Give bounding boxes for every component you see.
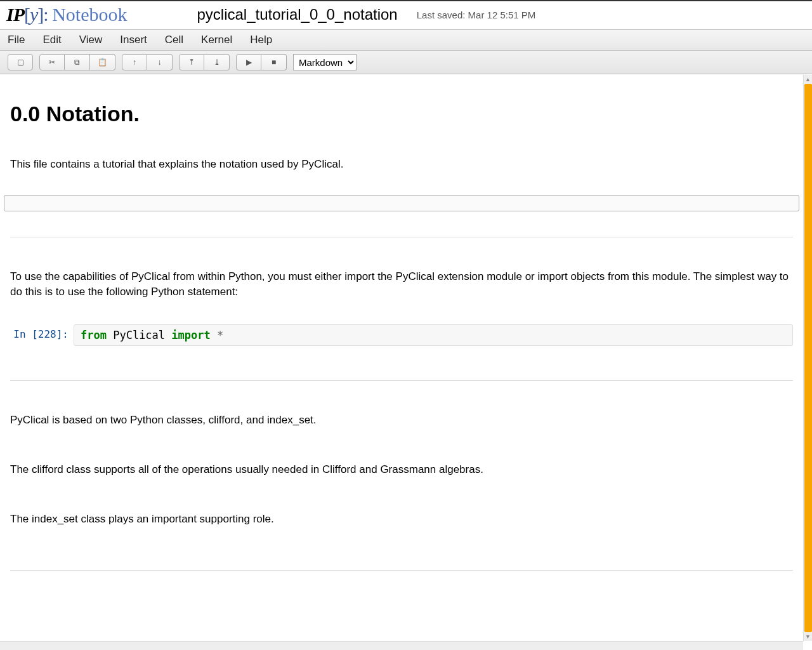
classes-text: PyClical is based on two Python classes,…	[10, 413, 793, 428]
header: IP[y]: Notebook pyclical_tutorial_0_0_no…	[0, 1, 812, 29]
save-icon: ▢	[17, 58, 24, 67]
arrow-down-icon: ↓	[158, 58, 162, 67]
menu-view[interactable]: View	[79, 34, 103, 46]
code-cell[interactable]: In [228]: from PyClical import *	[4, 322, 799, 348]
indexset-text: The index_set class plays an important s…	[10, 512, 793, 527]
markdown-cell[interactable]	[4, 550, 799, 580]
play-icon: ▶	[246, 58, 252, 67]
toolbar: ▢ ✂ ⧉ 📋 ↑ ↓ ⤒ ⤓ ▶ ■ Markdown	[0, 51, 812, 74]
insert-above-icon: ⤒	[188, 58, 195, 67]
scrollbar-thumb[interactable]	[804, 84, 812, 632]
markdown-cell[interactable]: To use the capabilities of PyClical from…	[4, 258, 799, 311]
insert-below-button[interactable]: ⤓	[204, 54, 230, 70]
module-name: PyClical	[107, 329, 171, 342]
clifford-text: The clifford class supports all of the o…	[10, 462, 793, 477]
stop-icon: ■	[272, 58, 276, 67]
copy-button[interactable]: ⧉	[65, 54, 90, 70]
star-operator: *	[211, 329, 223, 342]
divider	[10, 237, 793, 237]
menu-insert[interactable]: Insert	[120, 34, 147, 46]
input-prompt: In [228]:	[10, 324, 74, 340]
move-up-button[interactable]: ↑	[122, 54, 147, 70]
cut-icon: ✂	[49, 58, 55, 67]
menu-cell[interactable]: Cell	[165, 34, 183, 46]
insert-below-icon: ⤓	[214, 58, 220, 67]
copy-icon: ⧉	[74, 58, 80, 67]
code-input[interactable]: from PyClical import *	[74, 324, 793, 346]
intro-text: This file contains a tutorial that expla…	[10, 157, 793, 172]
notebook-container[interactable]: 0.0 Notation. This file contains a tutor…	[0, 75, 803, 641]
paste-icon: 📋	[98, 58, 107, 67]
logo-y: y	[30, 4, 37, 25]
markdown-cell[interactable]	[4, 360, 799, 390]
arrow-up-icon: ↑	[133, 58, 136, 67]
markdown-cell[interactable]: 0.0 Notation.	[4, 84, 799, 134]
scroll-up-arrow[interactable]: ▲	[804, 75, 812, 84]
markdown-cell[interactable]: The index_set class plays an important s…	[4, 500, 799, 538]
save-button[interactable]: ▢	[8, 54, 33, 70]
logo-ip: IP	[6, 4, 24, 25]
menu-file[interactable]: File	[8, 34, 25, 46]
insert-above-button[interactable]: ⤒	[179, 54, 204, 70]
scroll-down-arrow[interactable]: ▼	[804, 632, 812, 641]
markdown-cell[interactable]: The clifford class supports all of the o…	[4, 451, 799, 489]
markdown-cell[interactable]	[4, 216, 799, 246]
divider	[10, 380, 793, 381]
horizontal-scrollbar[interactable]	[0, 641, 803, 650]
menu-kernel[interactable]: Kernel	[201, 34, 232, 46]
divider	[10, 570, 793, 571]
move-down-button[interactable]: ↓	[147, 54, 173, 70]
heading-notation: 0.0 Notation.	[10, 102, 793, 126]
menubar: File Edit View Insert Cell Kernel Help	[0, 29, 812, 51]
paste-button[interactable]: 📋	[90, 54, 115, 70]
markdown-cell[interactable]: PyClical is based on two Python classes,…	[4, 401, 799, 439]
menu-edit[interactable]: Edit	[43, 34, 61, 46]
notebook-name[interactable]: pyclical_tutorial_0_0_notation	[197, 6, 398, 23]
ipython-logo: IP[y]: Notebook	[6, 4, 128, 25]
logo-notebook: Notebook	[52, 4, 127, 25]
menu-help[interactable]: Help	[250, 34, 272, 46]
last-saved-label: Last saved: Mar 12 5:51 PM	[417, 10, 536, 20]
stop-button[interactable]: ■	[261, 54, 287, 70]
vertical-scrollbar[interactable]: ▲ ▼	[803, 75, 812, 641]
cell-type-select[interactable]: Markdown	[293, 54, 357, 70]
cut-button[interactable]: ✂	[39, 54, 65, 70]
keyword-import: import	[171, 329, 210, 342]
keyword-from: from	[81, 329, 107, 342]
markdown-cell[interactable]: This file contains a tutorial that expla…	[4, 145, 799, 183]
import-instruction-text: To use the capabilities of PyClical from…	[10, 269, 793, 300]
run-button[interactable]: ▶	[236, 54, 261, 70]
selected-empty-cell[interactable]	[4, 195, 799, 211]
